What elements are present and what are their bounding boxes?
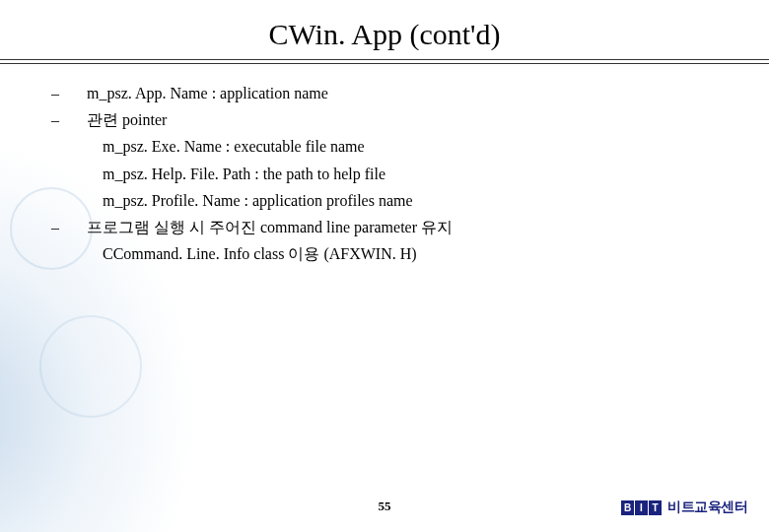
title-underline-1 bbox=[0, 59, 769, 60]
slide-content: –m_psz. App. Name : application name –관련… bbox=[0, 64, 769, 267]
bullet-text: 관련 pointer bbox=[87, 111, 167, 128]
page-number: 55 bbox=[379, 499, 391, 514]
bullet-item: –m_psz. App. Name : application name bbox=[69, 80, 730, 106]
title-area: CWin. App (cont'd) bbox=[0, 0, 769, 59]
slide-title: CWin. App (cont'd) bbox=[0, 18, 769, 51]
bullet-item: –관련 pointer bbox=[69, 106, 730, 133]
bullet-sub-item: m_psz. Exe. Name : executable file name bbox=[69, 133, 730, 160]
logo-letter: I bbox=[635, 500, 648, 515]
bullet-sub-item: m_psz. Profile. Name : application profi… bbox=[69, 187, 730, 214]
bit-logo-icon: B I T bbox=[621, 500, 662, 515]
logo-letter: T bbox=[649, 500, 662, 515]
footer-brand: B I T 비트교육센터 bbox=[621, 499, 747, 516]
bullet-text: m_psz. App. Name : application name bbox=[87, 85, 328, 101]
bullet-item: –프로그램 실행 시 주어진 command line parameter 유지 bbox=[69, 214, 730, 240]
brand-text: 비트교육센터 bbox=[667, 499, 747, 516]
bullet-text: 프로그램 실행 시 주어진 command line parameter 유지 bbox=[87, 219, 453, 235]
bullet-sub-item: CCommand. Line. Info class 이용 (AFXWIN. H… bbox=[69, 240, 730, 267]
logo-letter: B bbox=[621, 500, 634, 515]
bullet-sub-item: m_psz. Help. File. Path : the path to he… bbox=[69, 161, 730, 187]
